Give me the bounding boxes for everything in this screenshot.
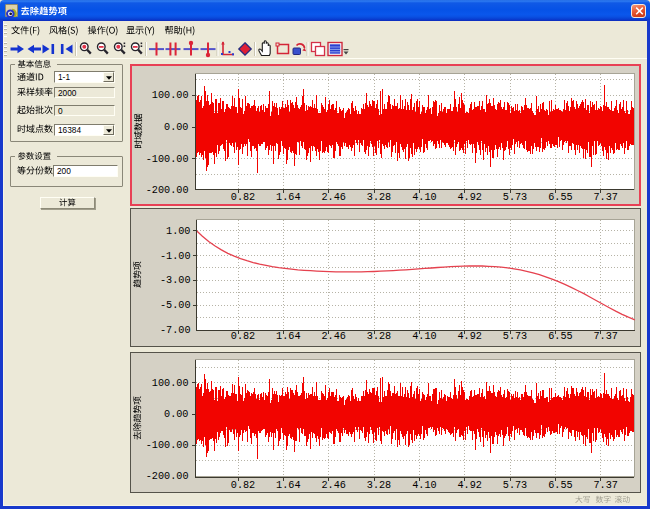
svg-text:7.37: 7.37	[593, 192, 617, 203]
svg-text:7.37: 7.37	[593, 331, 617, 342]
svg-text:0.00: 0.00	[164, 409, 188, 420]
svg-text:2.46: 2.46	[321, 480, 345, 491]
svg-text:6.55: 6.55	[548, 331, 572, 342]
svg-text:-7.00: -7.00	[160, 325, 191, 336]
svg-text:4.92: 4.92	[457, 192, 481, 203]
svg-text:4.10: 4.10	[412, 331, 436, 342]
svg-text:4.10: 4.10	[412, 192, 436, 203]
svg-text:0.82: 0.82	[231, 480, 255, 491]
svg-text:5.73: 5.73	[503, 331, 527, 342]
svg-text:2.46: 2.46	[321, 331, 345, 342]
svg-text:0.82: 0.82	[231, 331, 255, 342]
svg-text:100.00: 100.00	[152, 378, 189, 389]
svg-text:6.55: 6.55	[548, 192, 572, 203]
svg-text:-100.00: -100.00	[146, 440, 189, 451]
svg-text:5.73: 5.73	[503, 480, 527, 491]
svg-text:1.64: 1.64	[276, 480, 300, 491]
svg-text:0.00: 0.00	[164, 122, 188, 133]
svg-text:5.73: 5.73	[503, 192, 527, 203]
svg-text:1.64: 1.64	[276, 192, 300, 203]
svg-text:7.37: 7.37	[593, 480, 617, 491]
svg-text:4.10: 4.10	[412, 480, 436, 491]
svg-text:-200.00: -200.00	[146, 471, 189, 482]
svg-text:3.28: 3.28	[367, 331, 391, 342]
svg-text:-1.00: -1.00	[160, 251, 191, 262]
svg-text:2.46: 2.46	[321, 192, 345, 203]
svg-text:4.92: 4.92	[457, 480, 481, 491]
svg-text:1.64: 1.64	[276, 331, 300, 342]
svg-text:3.28: 3.28	[367, 480, 391, 491]
svg-text:100.00: 100.00	[152, 90, 189, 101]
svg-text:4.92: 4.92	[457, 331, 481, 342]
svg-text:3.28: 3.28	[367, 192, 391, 203]
svg-text:6.55: 6.55	[548, 480, 572, 491]
svg-text:-3.00: -3.00	[160, 275, 191, 286]
svg-text:-200.00: -200.00	[146, 185, 189, 196]
svg-text:-5.00: -5.00	[160, 300, 191, 311]
svg-text:1.00: 1.00	[166, 226, 190, 237]
svg-text:0.82: 0.82	[231, 192, 255, 203]
svg-text:-100.00: -100.00	[146, 154, 189, 165]
